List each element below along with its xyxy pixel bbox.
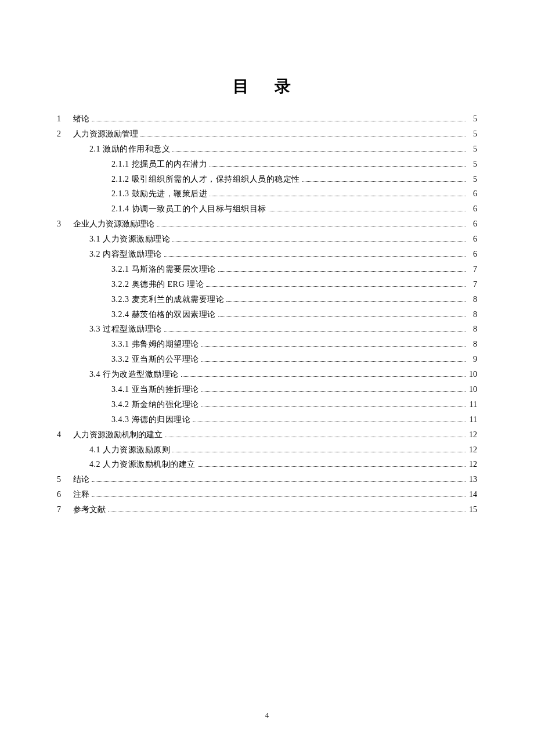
toc-leader-dots [92,481,466,482]
toc-entry: 1绪论5 [57,111,477,127]
toc-leader-dots [92,496,466,497]
toc-entry-number: 6 [57,487,73,502]
toc-entry-label: 3.4.1 亚当斯的挫折理论 [111,382,199,397]
toc-entry: 2.1.3 鼓励先进，鞭策后进6 [57,186,477,201]
toc-entry-page: 10 [468,382,477,397]
toc-entry: 3.3.1 弗鲁姆的期望理论8 [57,337,477,352]
toc-entry-label: 注释 [73,487,89,502]
toc-entry-label: 3.4.3 海德的归因理论 [111,412,190,427]
toc-entry-label: 2.1.2 吸引组织所需的人才，保持组织人员的稳定性 [111,172,300,187]
toc-entry-page: 7 [468,262,477,277]
toc-entry-number: 5 [57,472,73,487]
toc-entry: 3.1 人力资源激励理论6 [57,232,477,247]
toc-entry-label: 2.1 激励的作用和意义 [89,142,170,157]
toc-entry-page: 5 [468,142,477,157]
toc-entry: 3.2.4 赫茨伯格的双因素理论8 [57,307,477,322]
toc-entry-page: 11 [468,397,477,412]
toc-entry-label: 3.2.4 赫茨伯格的双因素理论 [111,307,216,322]
toc-leader-dots [92,121,466,121]
toc-entry-label: 4.1 人力资源激励原则 [89,442,170,458]
toc-entry-page: 8 [468,337,477,352]
toc-entry: 3.2.2 奥德弗的 ERG 理论7 [57,277,477,292]
toc-entry: 2.1.4 协调一致员工的个人目标与组织目标6 [57,201,477,217]
toc-entry-page: 9 [468,352,477,367]
toc-entry: 3.3 过程型激励理论8 [57,322,477,337]
toc-entry-label: 3.2.1 马斯洛的需要层次理论 [111,262,216,277]
toc-entry-label: 3.2.3 麦克利兰的成就需要理论 [111,292,224,307]
toc-entry-label: 3.4.2 斯金纳的强化理论 [111,397,199,412]
toc-leader-dots [172,452,466,452]
toc-leader-dots [172,241,466,242]
toc-leader-dots [164,331,466,332]
toc-leader-dots [172,151,466,152]
toc-entry-label: 3.2 内容型激励理论 [89,247,162,262]
toc-entry-page: 8 [468,292,477,307]
toc-entry-page: 8 [468,322,477,337]
toc-leader-dots [165,437,466,437]
toc-entry-label: 3.2.2 奥德弗的 ERG 理论 [111,277,204,292]
toc-entry-page: 6 [468,201,477,217]
toc-entry-page: 8 [468,307,477,322]
toc-entry: 3.2.1 马斯洛的需要层次理论7 [57,262,477,277]
toc-entry-page: 14 [468,487,477,502]
toc-entry-label: 3.1 人力资源激励理论 [89,232,170,247]
toc-leader-dots [206,286,466,287]
toc-leader-dots [198,466,466,467]
toc-leader-dots [210,196,466,196]
toc-entry-page: 12 [468,427,477,442]
toc-leader-dots [157,226,466,226]
toc-entry-page: 6 [468,186,477,201]
toc-entry: 2人力资源激励管理5 [57,127,477,142]
toc-entry: 4.2 人力资源激励机制的建立12 [57,457,477,472]
toc-entry-number: 1 [57,111,73,127]
toc-entry-page: 5 [468,157,477,172]
toc-entry: 2.1.2 吸引组织所需的人才，保持组织人员的稳定性5 [57,172,477,187]
toc-entry-label: 2.1.4 协调一致员工的个人目标与组织目标 [111,201,266,217]
toc-entry: 3.2 内容型激励理论6 [57,247,477,262]
toc-entry-page: 6 [468,232,477,247]
toc-entry: 6注释14 [57,487,477,502]
toc-entry-number: 7 [57,502,73,517]
toc-leader-dots [302,181,466,182]
toc-entry: 5结论13 [57,472,477,487]
toc-list: 1绪论52人力资源激励管理52.1 激励的作用和意义52.1.1 挖掘员工的内在… [57,111,477,517]
toc-entry-label: 企业人力资源激励理论 [73,217,154,232]
toc-leader-dots [210,166,466,167]
toc-entry-page: 12 [468,442,477,458]
toc-entry-label: 3.4 行为改造型激励理论 [89,367,179,382]
toc-entry-page: 6 [468,217,477,232]
toc-entry: 2.1.1 挖掘员工的内在潜力5 [57,157,477,172]
toc-entry-page: 12 [468,457,477,472]
toc-leader-dots [108,512,466,512]
toc-entry: 3.4.3 海德的归因理论11 [57,412,477,427]
toc-entry-page: 10 [468,367,477,382]
toc-leader-dots [201,346,466,347]
toc-leader-dots [218,316,466,317]
toc-entry-number: 2 [57,127,73,142]
toc-leader-dots [193,422,466,422]
toc-entry: 7参考文献15 [57,502,477,517]
toc-entry-label: 3.3.1 弗鲁姆的期望理论 [111,337,199,352]
toc-entry: 3.4 行为改造型激励理论10 [57,367,477,382]
toc-entry: 3.4.1 亚当斯的挫折理论10 [57,382,477,397]
toc-entry-label: 绪论 [73,111,89,127]
toc-leader-dots [218,271,466,272]
toc-leader-dots [140,136,466,136]
toc-entry-page: 13 [468,472,477,487]
toc-entry-label: 结论 [73,472,89,487]
toc-leader-dots [164,256,466,257]
toc-entry: 4人力资源激励机制的建立12 [57,427,477,442]
toc-leader-dots [201,406,466,407]
toc-leader-dots [269,211,466,211]
toc-entry-label: 2.1.3 鼓励先进，鞭策后进 [111,186,207,201]
toc-entry: 4.1 人力资源激励原则12 [57,442,477,458]
toc-entry: 2.1 激励的作用和意义5 [57,142,477,157]
toc-entry-label: 人力资源激励机制的建立 [73,427,163,442]
toc-entry-label: 3.3.2 亚当斯的公平理论 [111,352,199,367]
toc-entry: 3.3.2 亚当斯的公平理论9 [57,352,477,367]
toc-leader-dots [201,361,466,362]
toc-entry-number: 3 [57,217,73,232]
toc-leader-dots [201,391,466,392]
toc-entry-page: 6 [468,247,477,262]
toc-title: 目 录 [57,75,477,98]
